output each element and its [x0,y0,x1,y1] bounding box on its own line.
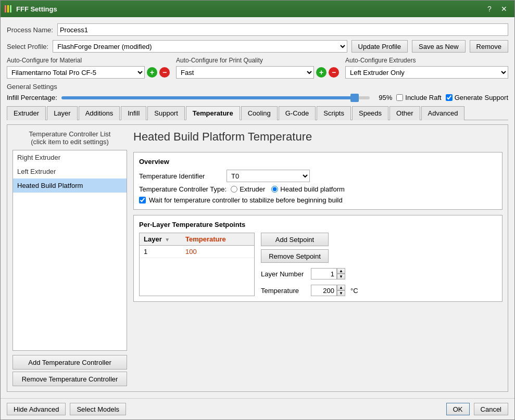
controller-item-left-extruder[interactable]: Left Extruder [13,164,127,179]
include-raft-checkbox[interactable] [396,94,403,101]
controller-item-right-extruder[interactable]: Right Extruder [13,150,127,164]
heated-radio-text: Heated build platform [280,185,345,193]
bottom-bar: Hide Advanced Select Models OK Cancel [1,398,514,419]
quality-select[interactable]: Fast [176,66,314,79]
infill-label: Infill Percentage: [7,94,57,101]
temperature-row: Temperature ▲ ▼ °C [261,285,358,296]
hide-advanced-button[interactable]: Hide Advanced [7,403,66,415]
generate-support-label[interactable]: Generate Support [446,94,508,101]
tab-gcode[interactable]: G-Code [279,106,316,120]
extruder-radio-text: Extruder [240,185,265,193]
main-panel: Temperature Controller List (click item … [7,124,508,392]
tab-support[interactable]: Support [147,106,185,120]
controller-item-heated-build-platform[interactable]: Heated Build Platform [13,179,127,193]
extruders-row: Left Extruder Only [345,66,508,79]
material-remove-button[interactable]: − [159,67,170,78]
cancel-button[interactable]: Cancel [474,403,508,415]
infill-slider-container [61,96,370,99]
wait-row: Wait for temperature controller to stabi… [139,196,497,204]
layer-number-spinner: ▲ ▼ [337,268,345,279]
main-content: Process Name: Select Profile: FlashForge… [1,17,514,398]
quality-remove-button[interactable]: − [329,67,339,78]
remove-setpoint-button[interactable]: Remove Setpoint [261,249,329,263]
help-button[interactable]: ? [483,4,496,14]
auto-configure-material: Auto-Configure for Material Filamentarno… [7,57,170,79]
temp-col-header: Temperature [181,233,254,245]
temp-unit: °C [350,287,358,295]
setpoints-content: Layer ▼ Temperature 1 100 Add Se [139,233,497,296]
wait-label: Wait for temperature controller to stabi… [149,196,343,204]
tab-speeds[interactable]: Speeds [352,106,388,120]
general-settings: General Settings Infill Percentage: 95% … [7,83,508,101]
tab-cooling[interactable]: Cooling [241,106,278,120]
profile-select[interactable]: FlashForge Dreamer (modified) [53,40,347,53]
heated-radio-label[interactable]: Heated build platform [271,185,345,193]
window-controls: ? ✕ [483,4,510,14]
process-name-input[interactable] [57,23,508,36]
material-row: Filamentarno Total Pro CF-5 + − [7,66,170,79]
material-add-button[interactable]: + [147,67,157,78]
add-setpoint-button[interactable]: Add Setpoint [261,233,329,246]
layer-number-input[interactable] [311,268,337,279]
remove-button[interactable]: Remove [470,40,508,53]
tab-infill[interactable]: Infill [121,106,146,120]
generate-support-checkbox[interactable] [446,94,453,101]
close-button[interactable]: ✕ [498,4,510,14]
add-temperature-controller-button[interactable]: Add Temperature Controller [12,355,127,370]
controller-list-label: Temperature Controller List (click item … [12,130,127,146]
temperature-label: Temperature [261,287,308,295]
include-raft-label[interactable]: Include Raft [396,94,441,101]
tab-other[interactable]: Other [390,106,420,120]
controller-type-radio-group: Extruder Heated build platform [231,185,345,193]
tabs: Extruder Layer Additions Infill Support … [7,106,508,120]
infill-value: 95% [374,94,392,101]
layer-number-up[interactable]: ▲ [337,268,345,274]
right-panel: Heated Build Platform Temperature Overvi… [133,130,503,386]
ok-button[interactable]: OK [446,403,470,415]
bottom-right: OK Cancel [446,403,508,415]
layer-number-down[interactable]: ▼ [337,274,345,279]
temperature-down[interactable]: ▼ [337,290,345,296]
tab-layer[interactable]: Layer [47,106,78,120]
infill-slider[interactable] [61,96,370,99]
left-buttons: Add Temperature Controller Remove Temper… [12,355,127,386]
section-title: Heated Build Platform Temperature [133,130,503,144]
layer-col-header: Layer ▼ [140,233,181,245]
temperature-input[interactable] [311,285,337,296]
setpoints-table: Layer ▼ Temperature 1 100 [139,233,255,296]
tab-extruder[interactable]: Extruder [7,106,46,120]
temp-cell: 100 [181,246,254,258]
temp-identifier-select[interactable]: T0 [227,170,310,182]
save-as-new-button[interactable]: Save as New [412,40,466,53]
wait-checkbox[interactable] [139,197,146,203]
app-icon [5,5,13,13]
temperature-input-group: ▲ ▼ [311,285,345,296]
quality-row: Fast + − [176,66,339,79]
overview-title: Overview [139,158,497,166]
process-name-label: Process Name: [7,26,53,34]
table-row[interactable]: 1 100 [140,246,254,258]
extruder-radio[interactable] [231,186,237,193]
overview-section: Overview Temperature Identifier T0 Tempe… [133,152,503,210]
material-select[interactable]: Filamentarno Total Pro CF-5 [7,66,145,79]
layer-number-row: Layer Number ▲ ▼ [261,268,358,279]
select-models-button[interactable]: Select Models [70,403,126,415]
tab-temperature[interactable]: Temperature [186,106,240,120]
controller-type-row: Temperature Controller Type: Extruder He… [139,185,497,193]
update-profile-button[interactable]: Update Profile [351,40,408,53]
remove-temperature-controller-button[interactable]: Remove Temperature Controller [12,372,127,386]
window-title: FFF Settings [16,5,483,13]
extruders-select[interactable]: Left Extruder Only [345,66,508,79]
process-name-row: Process Name: [7,23,508,36]
include-raft-text: Include Raft [405,94,441,101]
extruder-radio-label[interactable]: Extruder [231,185,265,193]
temp-identifier-row: Temperature Identifier T0 [139,170,497,182]
quality-add-button[interactable]: + [316,67,326,78]
sort-indicator: ▼ [165,237,170,243]
heated-radio[interactable] [271,186,278,193]
temperature-up[interactable]: ▲ [337,285,345,290]
setpoints-table-header: Layer ▼ Temperature [140,233,254,246]
tab-advanced[interactable]: Advanced [421,106,465,120]
tab-additions[interactable]: Additions [79,106,120,120]
tab-scripts[interactable]: Scripts [317,106,351,120]
